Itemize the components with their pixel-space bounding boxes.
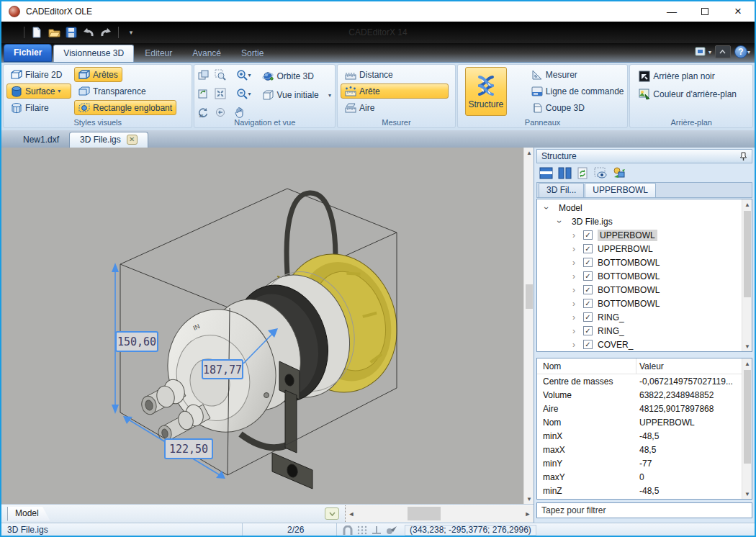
property-row[interactable]: minZ-48,5 (537, 484, 752, 497)
property-row[interactable]: Volume63822,2348948852 (537, 388, 752, 402)
refresh-icon[interactable] (577, 167, 589, 179)
coupe-3d-button[interactable]: Coupe 3D (527, 100, 589, 115)
property-row[interactable]: Centre de masses-0,0672149757027119... (537, 374, 752, 388)
aire-button[interactable]: Aire (341, 100, 379, 115)
orbite-3d-button[interactable]: Orbite 3D (258, 68, 318, 84)
filaire-button[interactable]: Filaire (6, 100, 71, 115)
property-row[interactable]: NomUPPERBOWL (537, 415, 752, 429)
help-button[interactable]: ? ▾ (734, 45, 750, 58)
zoom-extents-button[interactable] (213, 86, 228, 101)
grid-icon[interactable] (357, 525, 367, 535)
couleur-arriere-plan-button[interactable]: Couleur d'arrière-plan (634, 86, 741, 101)
scroll-up-icon[interactable]: ▲ (524, 148, 534, 158)
tree-row[interactable]: ›✓RING_ (537, 324, 752, 338)
tree-checkbox[interactable]: ✓ (583, 340, 593, 349)
chevron-collapsed-icon[interactable]: › (570, 299, 577, 309)
zoom-in-caret[interactable]: ▾ (248, 72, 251, 78)
distance-button[interactable]: Distance (341, 67, 397, 82)
transparence-button[interactable]: Transparence (74, 84, 150, 99)
tree-checkbox[interactable]: ✓ (583, 271, 593, 281)
show-selected-icon[interactable] (594, 167, 608, 179)
structure-panel-button[interactable]: Structure (465, 67, 507, 116)
viewport-horizontal-scrollbar[interactable]: ◄ ► (345, 505, 534, 522)
surface-button[interactable]: Surface ▾ (6, 84, 71, 99)
tree-checkbox[interactable]: ✓ (583, 312, 593, 322)
rectangle-englobant-button[interactable]: Rectangle englobant (74, 100, 176, 115)
ligne-de-commande-button[interactable]: Ligne de commande (527, 84, 629, 99)
panel-splitter[interactable] (536, 352, 752, 358)
split-horizontal-icon[interactable] (539, 167, 553, 179)
vue-initiale-caret[interactable]: ▾ (328, 92, 331, 99)
property-row[interactable]: maxX48,5 (537, 443, 752, 456)
pan-view-button[interactable] (196, 68, 210, 82)
scroll-down-icon[interactable]: ▼ (524, 494, 534, 504)
minimize-button[interactable]: — (655, 1, 688, 22)
chevron-collapsed-icon[interactable]: › (570, 312, 577, 322)
scroll-right-icon[interactable]: ► (522, 510, 534, 518)
viewport-vscroll-thumb[interactable] (526, 284, 533, 309)
osnap-marker-icon[interactable] (386, 525, 397, 535)
tree-row[interactable]: ›✓COVER_ (537, 338, 752, 351)
chevron-collapsed-icon[interactable]: › (570, 340, 577, 350)
zoom-in-button[interactable]: ▾ (232, 68, 255, 82)
chevron-collapsed-icon[interactable]: › (570, 230, 577, 240)
arriere-plan-noir-button[interactable]: Arrière plan noir (634, 68, 719, 84)
property-row[interactable]: maxY0 (537, 470, 752, 484)
tree-scroll-thumb[interactable] (744, 211, 751, 297)
vue-initiale-button[interactable]: Vue initiale (258, 87, 323, 102)
save-button[interactable] (63, 24, 80, 40)
regen-view-button[interactable] (196, 86, 210, 101)
sync-selection-icon[interactable] (613, 167, 626, 179)
tab-upperbowl[interactable]: UPPERBOWL (585, 183, 656, 197)
chevron-collapsed-icon[interactable]: › (570, 258, 577, 268)
chevron-collapsed-icon[interactable]: › (570, 285, 577, 295)
tab-fichier[interactable]: Fichier (4, 44, 52, 62)
doc-tab-3dfile[interactable]: 3D File.igs ✕ (69, 132, 148, 148)
tree-row[interactable]: ›✓RING_ (537, 310, 752, 324)
filter-input[interactable] (536, 502, 752, 518)
tree-checkbox[interactable]: ✓ (583, 230, 593, 240)
chevron-expanded-icon[interactable]: › (541, 204, 552, 212)
tree-row[interactable]: ›✓BOTTOMBOWL (537, 269, 752, 283)
tree-row-model[interactable]: › Model (537, 201, 752, 215)
tree-row-file[interactable]: › 3D File.igs (537, 215, 752, 228)
split-vertical-icon[interactable] (558, 167, 572, 179)
tree-row[interactable]: ›✓COVER_ (537, 351, 752, 352)
tab-editeur[interactable]: Editeur (135, 45, 181, 62)
doc-tab-new1[interactable]: New1.dxf (13, 132, 69, 148)
redo-button[interactable] (97, 24, 114, 40)
tree-row[interactable]: ›✓UPPERBOWL (537, 228, 752, 242)
chevron-expanded-icon[interactable]: › (554, 218, 564, 225)
mesurer-panel-button[interactable]: Mesurer (527, 67, 582, 82)
tab-3d-file[interactable]: 3D Fil... (539, 183, 584, 197)
surface-dropdown-caret[interactable]: ▾ (58, 88, 60, 94)
maximize-button[interactable] (688, 1, 721, 22)
filaire-2d-button[interactable]: Filaire 2D (6, 67, 71, 82)
scroll-down-icon[interactable]: ▼ (742, 489, 752, 499)
scroll-up-icon[interactable]: ▲ (742, 199, 752, 209)
chevron-collapsed-icon[interactable]: › (570, 271, 577, 281)
snap-magnet-icon[interactable] (343, 525, 353, 535)
layout-list-button[interactable] (325, 507, 339, 520)
tree-row[interactable]: ›✓UPPERBOWL (537, 242, 752, 256)
aretes-button[interactable]: Arêtes (74, 67, 122, 82)
properties-scrollbar[interactable]: ▲ ▼ (742, 358, 752, 499)
tree-checkbox[interactable]: ✓ (583, 299, 593, 308)
tree-checkbox[interactable]: ✓ (583, 258, 593, 267)
tab-avance[interactable]: Avancé (183, 45, 230, 62)
tree-row[interactable]: ›✓BOTTOMBOWL (537, 297, 752, 310)
tree-scrollbar[interactable]: ▲ ▼ (742, 199, 752, 351)
property-row[interactable]: Aire48125,9017897868 (537, 402, 752, 415)
tree-checkbox[interactable]: ✓ (583, 285, 593, 294)
collapse-ribbon-button[interactable] (715, 45, 731, 58)
chevron-collapsed-icon[interactable]: › (570, 244, 577, 254)
open-button[interactable] (45, 24, 63, 40)
tree-checkbox[interactable]: ✓ (583, 244, 593, 253)
undo-button[interactable] (80, 24, 97, 40)
arete-button[interactable]: Arête (341, 84, 449, 99)
tree-checkbox[interactable]: ✓ (583, 326, 593, 335)
scroll-down-icon[interactable]: ▼ (742, 341, 752, 351)
qat-customize-button[interactable]: ▾ (122, 24, 140, 40)
rotate-35-button[interactable]: 35 (196, 105, 210, 119)
zoom-out-button[interactable]: ▾ (232, 86, 255, 101)
